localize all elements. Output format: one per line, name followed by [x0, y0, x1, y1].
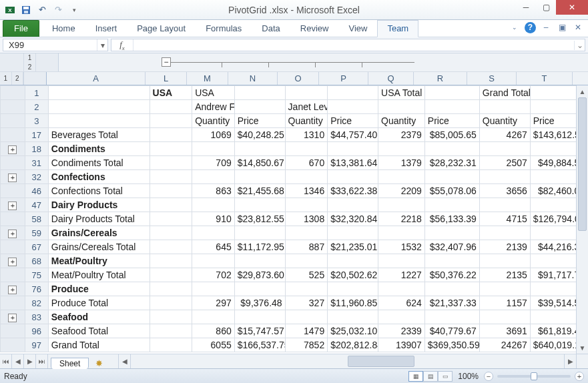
cell[interactable]: [234, 282, 285, 296]
cell[interactable]: Quantity: [479, 114, 530, 128]
cell[interactable]: [285, 226, 328, 240]
cell[interactable]: [150, 338, 192, 352]
cell[interactable]: $15,747.57: [234, 324, 285, 338]
cell[interactable]: $25,032.10: [328, 324, 378, 338]
view-normal-icon[interactable]: ▦: [408, 371, 423, 382]
row-number[interactable]: 58: [25, 212, 48, 226]
cell[interactable]: 2339: [378, 324, 425, 338]
cell[interactable]: [150, 156, 192, 170]
cell[interactable]: [424, 226, 479, 240]
cell[interactable]: 2218: [378, 212, 425, 226]
cell[interactable]: [285, 198, 328, 212]
row-outline-cell[interactable]: +: [1, 226, 25, 240]
cell[interactable]: [150, 240, 192, 254]
row-outline-cell[interactable]: +: [1, 310, 25, 324]
cell[interactable]: 860: [192, 324, 235, 338]
cell[interactable]: [150, 310, 192, 324]
cell[interactable]: [192, 170, 235, 184]
workbook-close-icon[interactable]: ✕: [572, 21, 584, 33]
cell[interactable]: [234, 226, 285, 240]
cell[interactable]: Grains/Cereals: [48, 226, 150, 240]
row-number[interactable]: 82: [25, 296, 48, 310]
cell[interactable]: $21,337.33: [424, 296, 479, 310]
cell[interactable]: 3691: [479, 324, 530, 338]
tab-data[interactable]: Data: [252, 20, 290, 37]
row-outline-cell[interactable]: +: [1, 282, 25, 296]
cell[interactable]: $33,622.38: [328, 184, 378, 198]
row-expand-button[interactable]: +: [8, 286, 17, 294]
grid-body[interactable]: 1 USA USA USA Total Grand Total 2: [0, 85, 588, 354]
cell[interactable]: Produce Total: [48, 296, 150, 310]
col-outline-level-2[interactable]: 2: [24, 63, 35, 72]
cell[interactable]: 1346: [285, 184, 328, 198]
cell[interactable]: $29,873.60: [234, 268, 285, 282]
cell[interactable]: Seafood Total: [48, 324, 150, 338]
cell[interactable]: [378, 310, 425, 324]
cell[interactable]: [234, 170, 285, 184]
cell[interactable]: Grand Total: [48, 338, 150, 352]
cell[interactable]: 2135: [479, 268, 530, 282]
cell[interactable]: [328, 100, 378, 114]
cell[interactable]: [378, 142, 425, 156]
cell[interactable]: [234, 142, 285, 156]
tab-review[interactable]: Review: [290, 20, 339, 37]
cell[interactable]: Quantity: [285, 114, 328, 128]
cell[interactable]: $11,960.85: [328, 296, 378, 310]
cell[interactable]: 1157: [479, 296, 530, 310]
workbook-restore-icon[interactable]: ▣: [556, 21, 568, 33]
cell[interactable]: Confections Total: [48, 184, 150, 198]
tab-file[interactable]: File: [3, 20, 39, 37]
tab-home[interactable]: Home: [42, 20, 85, 37]
row-outline-cell[interactable]: +: [1, 254, 25, 268]
cell[interactable]: Condiments: [48, 142, 150, 156]
view-page-layout-icon[interactable]: ▤: [423, 371, 438, 382]
help-icon[interactable]: ?: [525, 22, 536, 33]
cell[interactable]: 13907: [378, 338, 425, 352]
cell[interactable]: 702: [192, 268, 235, 282]
cell[interactable]: [479, 282, 530, 296]
cell[interactable]: [150, 254, 192, 268]
cell[interactable]: [328, 226, 378, 240]
row-number[interactable]: 96: [25, 324, 48, 338]
vertical-scrollbar[interactable]: ▲ ▼: [576, 85, 588, 354]
select-all-corner[interactable]: [24, 72, 47, 85]
cell[interactable]: Meat/Poultry Total: [48, 268, 150, 282]
row-outline-level-1[interactable]: 1: [0, 72, 12, 85]
cell[interactable]: 525: [285, 268, 328, 282]
horizontal-scrollbar[interactable]: ◀ ▶: [118, 354, 576, 368]
cell[interactable]: 910: [192, 212, 235, 226]
row-number[interactable]: 32: [25, 170, 48, 184]
cell[interactable]: $32,320.84: [328, 212, 378, 226]
cell[interactable]: 1227: [378, 268, 425, 282]
cell[interactable]: [150, 128, 192, 142]
cell[interactable]: [285, 86, 328, 100]
cell[interactable]: Confections: [48, 170, 150, 184]
row-number[interactable]: 83: [25, 310, 48, 324]
cell[interactable]: $40,248.25: [234, 128, 285, 142]
row-number[interactable]: 97: [25, 338, 48, 352]
insert-function-button[interactable]: fx: [115, 39, 129, 51]
cell[interactable]: $40,779.67: [424, 324, 479, 338]
cell[interactable]: $21,455.68: [234, 184, 285, 198]
col-header-S[interactable]: S: [467, 72, 517, 85]
cell[interactable]: 4267: [479, 128, 530, 142]
cell[interactable]: $85,005.65: [424, 128, 479, 142]
cell[interactable]: 624: [378, 296, 425, 310]
workbook-minimize-icon[interactable]: –: [540, 21, 552, 33]
col-outline-level-1[interactable]: 1: [24, 53, 35, 63]
sheet-nav-last-icon[interactable]: ⏭: [36, 354, 48, 368]
cell[interactable]: [328, 310, 378, 324]
cell[interactable]: 2379: [378, 128, 425, 142]
name-box-dropdown-icon[interactable]: ▾: [97, 39, 107, 51]
row-number[interactable]: 1: [25, 86, 48, 100]
formula-bar-expand-icon[interactable]: ⌄: [574, 41, 585, 50]
cell[interactable]: [192, 198, 235, 212]
col-header-L[interactable]: L: [145, 72, 187, 85]
row-number[interactable]: 59: [25, 226, 48, 240]
sheet-tab[interactable]: Sheet: [51, 358, 89, 369]
row-number[interactable]: 2: [25, 100, 48, 114]
cell[interactable]: 1379: [378, 156, 425, 170]
cell[interactable]: Price: [424, 114, 479, 128]
row-outline-cell[interactable]: +: [1, 170, 25, 184]
cell[interactable]: [48, 114, 150, 128]
